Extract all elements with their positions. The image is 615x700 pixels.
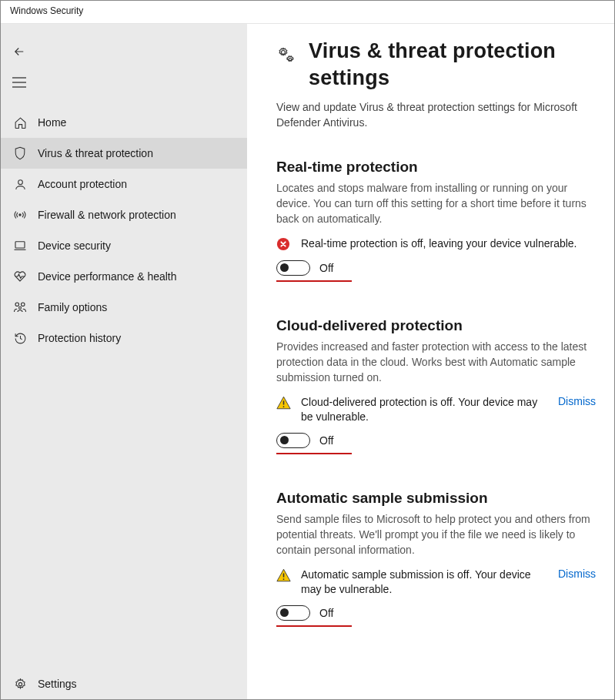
dismiss-link[interactable]: Dismiss xyxy=(558,395,596,407)
alert-row: Automatic sample submission is off. Your… xyxy=(276,568,596,598)
back-arrow-icon xyxy=(12,45,26,59)
svg-point-14 xyxy=(283,406,285,407)
nav-label: Firewall & network protection xyxy=(38,209,176,221)
main-content: Virus & threat protection settings View … xyxy=(247,24,614,699)
toggle-state-label: Off xyxy=(319,262,333,274)
history-icon xyxy=(13,331,27,345)
nav-label: Protection history xyxy=(38,332,121,344)
realtime-toggle[interactable] xyxy=(276,260,310,276)
hamburger-icon xyxy=(12,77,26,88)
svg-rect-5 xyxy=(15,242,25,248)
svg-point-7 xyxy=(22,303,25,306)
nav-item-device-security[interactable]: Device security xyxy=(1,230,247,261)
section-desc: Send sample files to Microsoft to help p… xyxy=(276,511,596,558)
svg-point-6 xyxy=(15,303,19,306)
svg-point-8 xyxy=(19,306,22,309)
toggle-state-label: Off xyxy=(319,434,333,447)
alert-text: Real-time protection is off, leaving you… xyxy=(301,236,596,252)
alert-row: Real-time protection is off, leaving you… xyxy=(276,236,596,253)
nav-label: Home xyxy=(38,116,66,129)
shield-icon xyxy=(13,146,27,160)
page-subtitle: View and update Virus & threat protectio… xyxy=(276,99,596,131)
nav-label: Device performance & health xyxy=(38,270,177,283)
nav-label: Virus & threat protection xyxy=(38,147,153,159)
nav-label: Family options xyxy=(38,301,107,313)
nav-label: Settings xyxy=(38,678,77,690)
nav-item-home[interactable]: Home xyxy=(1,107,247,138)
nav-item-family[interactable]: Family options xyxy=(1,292,247,323)
person-icon xyxy=(13,177,27,191)
family-icon xyxy=(13,300,27,314)
window-titlebar: Windows Security xyxy=(1,1,614,24)
window-title: Windows Security xyxy=(10,5,83,16)
error-icon xyxy=(276,237,292,253)
nav-item-firewall[interactable]: Firewall & network protection xyxy=(1,199,247,230)
nav-item-virus-threat[interactable]: Virus & threat protection xyxy=(1,138,247,169)
svg-point-9 xyxy=(18,682,22,685)
dismiss-link[interactable]: Dismiss xyxy=(558,568,596,580)
svg-point-10 xyxy=(282,51,286,55)
alert-row: Cloud-delivered protection is off. Your … xyxy=(276,395,596,425)
section-desc: Provides increased and faster protection… xyxy=(276,339,596,386)
back-button[interactable] xyxy=(1,36,38,67)
svg-point-3 xyxy=(18,179,22,184)
toggle-row: Off xyxy=(276,433,352,454)
toggle-row: Off xyxy=(276,605,352,627)
nav-label: Device security xyxy=(38,239,111,252)
laptop-icon xyxy=(13,239,27,253)
cloud-toggle[interactable] xyxy=(276,433,310,448)
section-realtime: Real-time protection Locates and stops m… xyxy=(276,159,596,282)
warning-icon xyxy=(276,568,292,584)
heartbeat-icon xyxy=(13,270,27,283)
toggle-state-label: Off xyxy=(319,607,333,619)
nav-list: Home Virus & threat protection Account p… xyxy=(1,107,247,699)
section-title: Real-time protection xyxy=(276,159,596,176)
nav-item-account[interactable]: Account protection xyxy=(1,169,247,199)
nav-item-settings[interactable]: Settings xyxy=(1,668,247,699)
section-desc: Locates and stops malware from installin… xyxy=(276,180,596,227)
nav-item-history[interactable]: Protection history xyxy=(1,323,247,353)
section-cloud: Cloud-delivered protection Provides incr… xyxy=(276,317,596,454)
page-header: Virus & threat protection settings xyxy=(276,38,596,92)
settings-gears-icon xyxy=(276,38,298,92)
nav-item-performance[interactable]: Device performance & health xyxy=(1,261,247,292)
warning-icon xyxy=(276,396,292,411)
alert-text: Automatic sample submission is off. Your… xyxy=(301,568,543,598)
alert-text: Cloud-delivered protection is off. Your … xyxy=(301,395,543,425)
svg-point-4 xyxy=(19,214,21,216)
broadcast-icon xyxy=(13,208,27,222)
hamburger-menu-button[interactable] xyxy=(1,67,38,98)
section-sample: Automatic sample submission Send sample … xyxy=(276,490,596,627)
nav-label: Account protection xyxy=(38,178,127,190)
sample-toggle[interactable] xyxy=(276,605,310,621)
home-icon xyxy=(13,116,27,129)
gear-icon xyxy=(13,677,27,691)
section-title: Automatic sample submission xyxy=(276,490,596,507)
svg-point-16 xyxy=(283,578,285,580)
section-title: Cloud-delivered protection xyxy=(276,317,596,334)
svg-point-11 xyxy=(289,58,291,60)
toggle-row: Off xyxy=(276,260,352,282)
page-title: Virus & threat protection settings xyxy=(309,38,596,92)
sidebar: Home Virus & threat protection Account p… xyxy=(1,24,247,699)
